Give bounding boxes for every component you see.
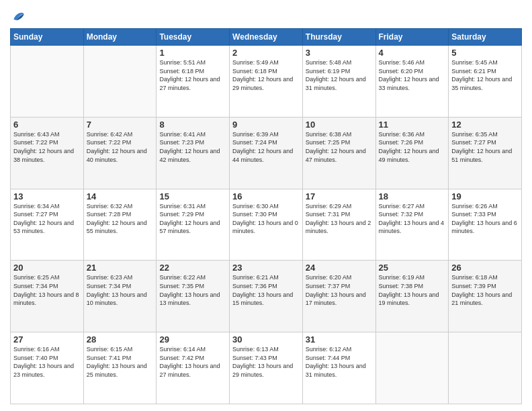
day-info: Sunrise: 6:34 AMSunset: 7:27 PMDaylight:… xyxy=(13,202,81,236)
day-number: 17 xyxy=(306,191,373,201)
day-number: 30 xyxy=(232,334,300,345)
day-number: 13 xyxy=(13,191,81,201)
calendar-cell: 24Sunrise: 6:20 AMSunset: 7:37 PMDayligh… xyxy=(302,261,375,332)
weekday-header-wednesday: Wednesday xyxy=(230,29,303,46)
day-info: Sunrise: 6:36 AMSunset: 7:26 PMDaylight:… xyxy=(379,130,446,164)
calendar-cell: 30Sunrise: 6:13 AMSunset: 7:43 PMDayligh… xyxy=(230,332,303,404)
weekday-header-tuesday: Tuesday xyxy=(157,29,230,46)
calendar-cell: 29Sunrise: 6:14 AMSunset: 7:42 PMDayligh… xyxy=(157,332,230,404)
day-number: 20 xyxy=(13,263,81,273)
calendar-cell xyxy=(375,332,449,404)
day-number: 27 xyxy=(13,334,81,345)
calendar-cell: 4Sunrise: 5:46 AMSunset: 6:20 PMDaylight… xyxy=(375,46,449,118)
day-info: Sunrise: 6:22 AMSunset: 7:35 PMDaylight:… xyxy=(159,273,226,307)
day-number: 7 xyxy=(87,120,154,130)
day-number: 5 xyxy=(451,48,519,58)
day-number: 21 xyxy=(87,263,154,273)
day-info: Sunrise: 6:31 AMSunset: 7:29 PMDaylight:… xyxy=(159,202,226,236)
weekday-header-sunday: Sunday xyxy=(11,29,84,46)
calendar-cell: 7Sunrise: 6:42 AMSunset: 7:22 PMDaylight… xyxy=(83,117,157,189)
calendar-cell: 22Sunrise: 6:22 AMSunset: 7:35 PMDayligh… xyxy=(157,261,230,332)
calendar-cell: 21Sunrise: 6:23 AMSunset: 7:34 PMDayligh… xyxy=(83,261,157,332)
calendar-cell: 9Sunrise: 6:39 AMSunset: 7:24 PMDaylight… xyxy=(230,117,303,189)
day-info: Sunrise: 6:29 AMSunset: 7:31 PMDaylight:… xyxy=(306,202,373,236)
day-number: 22 xyxy=(159,263,226,273)
calendar-week-row: 13Sunrise: 6:34 AMSunset: 7:27 PMDayligh… xyxy=(11,189,522,261)
calendar-cell xyxy=(83,46,157,118)
calendar-cell: 27Sunrise: 6:16 AMSunset: 7:40 PMDayligh… xyxy=(11,332,84,404)
day-info: Sunrise: 6:43 AMSunset: 7:22 PMDaylight:… xyxy=(13,130,81,164)
calendar-cell: 19Sunrise: 6:26 AMSunset: 7:33 PMDayligh… xyxy=(449,189,522,261)
calendar-cell: 14Sunrise: 6:32 AMSunset: 7:28 PMDayligh… xyxy=(83,189,157,261)
day-number: 25 xyxy=(379,263,446,273)
day-info: Sunrise: 6:42 AMSunset: 7:22 PMDaylight:… xyxy=(87,130,154,164)
calendar-cell: 20Sunrise: 6:25 AMSunset: 7:34 PMDayligh… xyxy=(11,261,84,332)
logo-bird-icon xyxy=(11,9,25,23)
day-number: 8 xyxy=(159,120,226,130)
header xyxy=(10,7,522,23)
day-info: Sunrise: 6:16 AMSunset: 7:40 PMDaylight:… xyxy=(13,345,81,379)
day-number: 28 xyxy=(87,334,154,345)
calendar-cell: 15Sunrise: 6:31 AMSunset: 7:29 PMDayligh… xyxy=(157,189,230,261)
calendar-cell: 16Sunrise: 6:30 AMSunset: 7:30 PMDayligh… xyxy=(230,189,303,261)
calendar-cell: 3Sunrise: 5:48 AMSunset: 6:19 PMDaylight… xyxy=(302,46,375,118)
day-number: 29 xyxy=(159,334,226,345)
calendar-cell: 26Sunrise: 6:18 AMSunset: 7:39 PMDayligh… xyxy=(449,261,522,332)
calendar-cell: 13Sunrise: 6:34 AMSunset: 7:27 PMDayligh… xyxy=(11,189,84,261)
day-info: Sunrise: 6:30 AMSunset: 7:30 PMDaylight:… xyxy=(232,202,300,236)
day-info: Sunrise: 6:39 AMSunset: 7:24 PMDaylight:… xyxy=(232,130,300,164)
calendar-cell: 28Sunrise: 6:15 AMSunset: 7:41 PMDayligh… xyxy=(83,332,157,404)
day-number: 2 xyxy=(232,48,300,58)
day-number: 4 xyxy=(379,48,446,58)
weekday-header-monday: Monday xyxy=(83,29,157,46)
day-info: Sunrise: 6:41 AMSunset: 7:23 PMDaylight:… xyxy=(159,130,226,164)
day-number: 6 xyxy=(13,120,81,130)
calendar-cell: 11Sunrise: 6:36 AMSunset: 7:26 PMDayligh… xyxy=(375,117,449,189)
calendar-week-row: 6Sunrise: 6:43 AMSunset: 7:22 PMDaylight… xyxy=(11,117,522,189)
day-number: 14 xyxy=(87,191,154,201)
day-info: Sunrise: 6:26 AMSunset: 7:33 PMDaylight:… xyxy=(451,202,519,236)
day-info: Sunrise: 6:15 AMSunset: 7:41 PMDaylight:… xyxy=(87,345,154,379)
day-info: Sunrise: 6:23 AMSunset: 7:34 PMDaylight:… xyxy=(87,273,154,307)
day-number: 10 xyxy=(306,120,373,130)
calendar: SundayMondayTuesdayWednesdayThursdayFrid… xyxy=(10,28,522,404)
calendar-cell: 17Sunrise: 6:29 AMSunset: 7:31 PMDayligh… xyxy=(302,189,375,261)
day-info: Sunrise: 6:13 AMSunset: 7:43 PMDaylight:… xyxy=(232,345,300,379)
day-info: Sunrise: 6:20 AMSunset: 7:37 PMDaylight:… xyxy=(306,273,373,307)
day-number: 1 xyxy=(159,48,226,58)
calendar-week-row: 27Sunrise: 6:16 AMSunset: 7:40 PMDayligh… xyxy=(11,332,522,404)
calendar-cell: 31Sunrise: 6:12 AMSunset: 7:44 PMDayligh… xyxy=(302,332,375,404)
calendar-week-row: 1Sunrise: 5:51 AMSunset: 6:18 PMDaylight… xyxy=(11,46,522,118)
day-number: 19 xyxy=(451,191,519,201)
calendar-cell: 5Sunrise: 5:45 AMSunset: 6:21 PMDaylight… xyxy=(449,46,522,118)
day-info: Sunrise: 5:45 AMSunset: 6:21 PMDaylight:… xyxy=(451,58,519,92)
day-info: Sunrise: 6:18 AMSunset: 7:39 PMDaylight:… xyxy=(451,273,519,307)
weekday-header-row: SundayMondayTuesdayWednesdayThursdayFrid… xyxy=(11,29,522,46)
day-info: Sunrise: 6:21 AMSunset: 7:36 PMDaylight:… xyxy=(232,273,300,307)
calendar-table: SundayMondayTuesdayWednesdayThursdayFrid… xyxy=(10,28,522,404)
day-info: Sunrise: 5:46 AMSunset: 6:20 PMDaylight:… xyxy=(379,58,446,92)
calendar-week-row: 20Sunrise: 6:25 AMSunset: 7:34 PMDayligh… xyxy=(11,261,522,332)
day-number: 18 xyxy=(379,191,446,201)
day-number: 3 xyxy=(306,48,373,58)
calendar-cell: 23Sunrise: 6:21 AMSunset: 7:36 PMDayligh… xyxy=(230,261,303,332)
day-info: Sunrise: 6:32 AMSunset: 7:28 PMDaylight:… xyxy=(87,202,154,236)
calendar-cell: 25Sunrise: 6:19 AMSunset: 7:38 PMDayligh… xyxy=(375,261,449,332)
day-info: Sunrise: 6:38 AMSunset: 7:25 PMDaylight:… xyxy=(306,130,373,164)
day-info: Sunrise: 6:12 AMSunset: 7:44 PMDaylight:… xyxy=(306,345,373,379)
weekday-header-friday: Friday xyxy=(375,29,449,46)
day-info: Sunrise: 6:35 AMSunset: 7:27 PMDaylight:… xyxy=(451,130,519,164)
day-info: Sunrise: 5:49 AMSunset: 6:18 PMDaylight:… xyxy=(232,58,300,92)
calendar-cell: 6Sunrise: 6:43 AMSunset: 7:22 PMDaylight… xyxy=(11,117,84,189)
day-number: 16 xyxy=(232,191,300,201)
calendar-cell: 18Sunrise: 6:27 AMSunset: 7:32 PMDayligh… xyxy=(375,189,449,261)
calendar-cell xyxy=(449,332,522,404)
day-number: 24 xyxy=(306,263,373,273)
calendar-cell: 8Sunrise: 6:41 AMSunset: 7:23 PMDaylight… xyxy=(157,117,230,189)
day-info: Sunrise: 5:51 AMSunset: 6:18 PMDaylight:… xyxy=(159,58,226,92)
logo xyxy=(10,9,25,23)
day-number: 11 xyxy=(379,120,446,130)
day-info: Sunrise: 6:25 AMSunset: 7:34 PMDaylight:… xyxy=(13,273,81,307)
calendar-cell: 2Sunrise: 5:49 AMSunset: 6:18 PMDaylight… xyxy=(230,46,303,118)
day-number: 26 xyxy=(451,263,519,273)
